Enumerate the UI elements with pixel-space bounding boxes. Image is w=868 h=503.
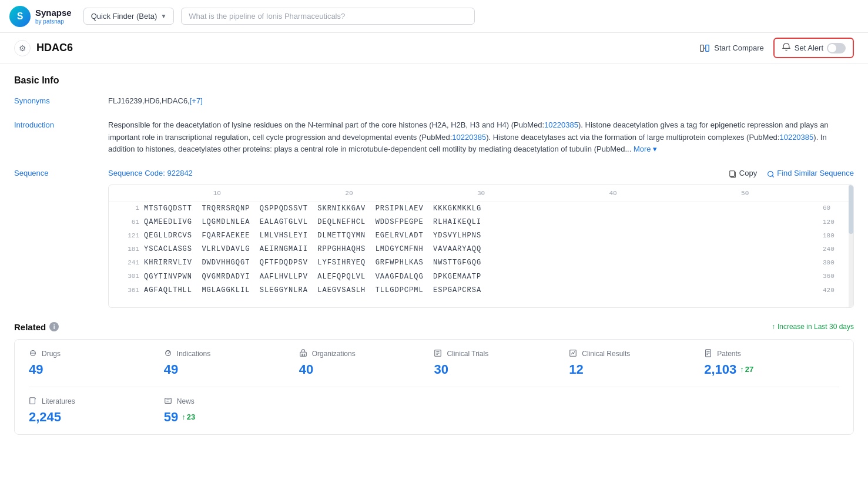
sequence-code-link[interactable]: Sequence Code: 922842 bbox=[108, 167, 193, 180]
related-item-header: Clinical Results bbox=[569, 349, 704, 358]
sequence-scrollbar-thumb bbox=[849, 185, 853, 234]
related-item[interactable]: Clinical Trials 30 bbox=[434, 349, 569, 377]
related-item[interactable]: Drugs 49 bbox=[29, 349, 164, 377]
increase-label-text: Increase in Last 30 days bbox=[777, 323, 854, 331]
sequence-rows: 1 MTSTGQDSTT TRQRRSRQNP QSPPQDSSVT SKRNI… bbox=[109, 202, 853, 297]
svg-rect-1 bbox=[706, 45, 709, 51]
news-icon bbox=[164, 397, 173, 406]
synapse-logo-icon: S bbox=[9, 6, 31, 27]
related-item-label: Patents bbox=[717, 350, 741, 358]
brand-sub: by patsnap bbox=[35, 18, 72, 25]
logo-area: S Synapse by patsnap bbox=[9, 6, 72, 27]
related-item-count: 2,103 ↑ 27 bbox=[704, 362, 839, 377]
related-item-header: News bbox=[164, 397, 299, 406]
seq-row-end: 60 bbox=[823, 203, 846, 214]
alert-toggle[interactable] bbox=[827, 43, 846, 53]
pubmed-link-3[interactable]: 10220385 bbox=[779, 133, 813, 142]
sequence-row: 1 MTSTGQDSTT TRQRRSRQNP QSPPQDSSVT SKRNI… bbox=[109, 202, 853, 216]
related-item-count: 2,245 bbox=[29, 410, 164, 425]
related-header: Related i ↑ Increase in Last 30 days bbox=[14, 322, 854, 332]
sequence-row: 241 KHRIRRVLIV DWDVHHGQGT QFTFDQDPSV LYF… bbox=[109, 256, 853, 270]
org-icon bbox=[299, 349, 309, 358]
related-item[interactable]: Literatures 2,245 bbox=[29, 397, 164, 425]
pubmed-link-1[interactable]: 10220385 bbox=[544, 120, 578, 129]
svg-rect-21 bbox=[30, 398, 35, 404]
synonyms-more-link[interactable]: [+7] bbox=[190, 96, 203, 105]
related-info-icon[interactable]: i bbox=[49, 322, 59, 331]
intro-text-1: Responsible for the deacetylation of lys… bbox=[108, 120, 544, 129]
synonyms-row: Synonyms FLJ16239,HD6,HDAC6,[+7] bbox=[14, 95, 854, 108]
logo-text: Synapse by patsnap bbox=[35, 8, 72, 25]
find-similar-label: Find Similar Sequence bbox=[777, 167, 854, 180]
svg-rect-0 bbox=[701, 45, 703, 51]
pubmed-link-2[interactable]: 10220385 bbox=[452, 133, 486, 142]
settings-icon[interactable]: ⚙ bbox=[14, 40, 31, 56]
seq-row-start: 121 bbox=[116, 231, 139, 242]
related-item-count: 12 bbox=[569, 362, 704, 377]
svg-rect-22 bbox=[165, 398, 172, 404]
seq-row-start: 181 bbox=[116, 244, 139, 255]
seq-row-data: KHRIRRVLIV DWDVHHGQGT QFTFDQDPSV LYFSIHR… bbox=[144, 257, 818, 269]
logo-letter: S bbox=[17, 11, 24, 22]
related-item[interactable]: Organizations 40 bbox=[299, 349, 434, 377]
related-item-count: 49 bbox=[164, 362, 299, 377]
synonyms-value: FLJ16239,HD6,HDAC6,[+7] bbox=[108, 95, 854, 108]
related-grid-row2: Literatures 2,245 News 59 ↑ 23 bbox=[29, 397, 839, 425]
seq-row-end: 300 bbox=[823, 258, 846, 269]
related-item-count: 30 bbox=[434, 362, 569, 377]
seq-row-start: 1 bbox=[116, 203, 139, 214]
related-item-header: Literatures bbox=[29, 397, 164, 406]
bell-icon bbox=[782, 42, 791, 53]
related-item[interactable]: Indications 49 bbox=[164, 349, 299, 377]
brand-name: Synapse bbox=[35, 8, 72, 18]
related-item[interactable]: News 59 ↑ 23 bbox=[164, 397, 299, 425]
find-similar-button[interactable]: Find Similar Sequence bbox=[766, 167, 854, 180]
seq-row-start: 241 bbox=[116, 258, 139, 269]
global-search-bar[interactable]: What is the pipeline of Ionis Pharmaceut… bbox=[181, 8, 475, 25]
set-alert-label: Set Alert bbox=[795, 43, 823, 52]
intro-more-link[interactable]: More ▾ bbox=[634, 145, 657, 153]
page-title-area: ⚙ HDAC6 bbox=[14, 40, 699, 56]
related-item-count: 40 bbox=[299, 362, 434, 377]
copy-icon bbox=[729, 170, 737, 178]
increase-label: ↑ Increase in Last 30 days bbox=[772, 323, 854, 331]
introduction-value: Responsible for the deacetylation of lys… bbox=[108, 119, 854, 156]
sequence-scrollbar[interactable] bbox=[849, 185, 853, 307]
related-item-header: Organizations bbox=[299, 349, 434, 358]
related-item[interactable]: Patents 2,103 ↑ 27 bbox=[704, 349, 839, 377]
related-item-header: Patents bbox=[704, 349, 839, 358]
start-compare-button[interactable]: Start Compare bbox=[699, 42, 764, 54]
start-compare-label: Start Compare bbox=[714, 43, 764, 52]
seq-row-end: 360 bbox=[823, 271, 846, 282]
sequence-value: Sequence Code: 922842 Copy Find Similar … bbox=[108, 167, 854, 308]
sequence-row: Sequence Sequence Code: 922842 Copy Find… bbox=[14, 167, 854, 308]
related-item-label: News bbox=[177, 397, 195, 405]
seq-row-data: YSCACLASGS VLRLVDAVLG AEIRNGMAII RPPGHHA… bbox=[144, 244, 818, 255]
svg-rect-11 bbox=[304, 354, 305, 356]
compare-icon bbox=[699, 42, 711, 54]
seq-row-start: 301 bbox=[116, 271, 139, 282]
drug-icon bbox=[29, 349, 38, 358]
sequence-ruler: 10 20 30 40 50 bbox=[109, 185, 853, 202]
seq-row-start: 61 bbox=[116, 217, 139, 228]
copy-label: Copy bbox=[739, 167, 757, 180]
sequence-box[interactable]: 10 20 30 40 50 1 MTSTGQDSTT TRQRRSRQNP Q… bbox=[108, 185, 854, 308]
set-alert-button[interactable]: Set Alert bbox=[773, 38, 854, 58]
related-item-count: 49 bbox=[29, 362, 164, 377]
trial-icon bbox=[434, 349, 443, 358]
page-title: HDAC6 bbox=[36, 42, 73, 54]
increase-badge: ↑ 23 bbox=[182, 413, 195, 421]
sequence-row: 361 AGFAQLTHLL MGLAGGKLIL SLEGGYNLRA LAE… bbox=[109, 284, 853, 297]
main-content: Basic Info Synonyms FLJ16239,HD6,HDAC6,[… bbox=[0, 63, 868, 503]
increase-badge: ↑ 27 bbox=[740, 365, 753, 374]
dropdown-arrow-icon: ▼ bbox=[160, 13, 166, 19]
related-section: Related i ↑ Increase in Last 30 days Dru… bbox=[14, 322, 854, 435]
svg-rect-9 bbox=[300, 352, 306, 356]
copy-button[interactable]: Copy bbox=[729, 167, 757, 180]
introduction-row: Introduction Responsible for the deacety… bbox=[14, 119, 854, 156]
related-item[interactable]: Clinical Results 12 bbox=[569, 349, 704, 377]
seq-row-data: MTSTGQDSTT TRQRRSRQNP QSPPQDSSVT SKRNIKK… bbox=[144, 203, 818, 214]
seq-row-data: QGYTINVPWN QVGMRDADYI AAFLHVLLPV ALEFQPQ… bbox=[144, 271, 818, 283]
quick-finder-button[interactable]: Quick Finder (Beta) ▼ bbox=[83, 8, 175, 25]
seq-row-end: 180 bbox=[823, 231, 846, 242]
